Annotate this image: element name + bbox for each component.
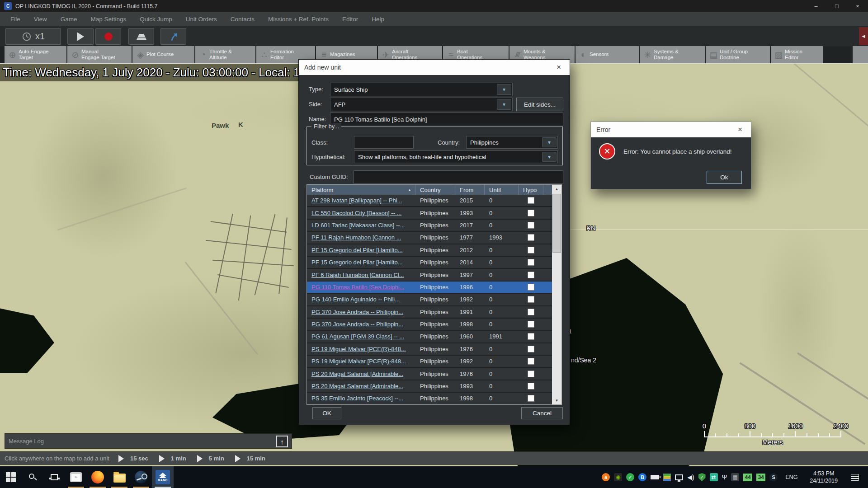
time-step-1-min[interactable]: 1 min <box>159 455 186 462</box>
cancel-button[interactable]: Cancel <box>521 407 563 419</box>
guid-input[interactable] <box>354 170 563 184</box>
scroll-up-icon[interactable]: ▲ <box>552 185 561 193</box>
mission-editor-button[interactable]: ▨MissionEditor <box>771 46 823 63</box>
menu-item-missions-ref-points[interactable]: Missions + Ref. Points <box>261 16 335 23</box>
time-step-15-sec[interactable]: 15 sec <box>118 455 148 462</box>
hypo-checkbox[interactable] <box>528 309 534 315</box>
platform-row[interactable]: PG 140 Emilio Aguinaldo -- Phili...Phili… <box>307 294 561 305</box>
taskbar-clock[interactable]: 4:53 PM 24/11/2019 <box>805 470 842 485</box>
systems-damage-button[interactable]: ✳Systems &Damage <box>640 46 705 63</box>
language-indicator[interactable]: ENG <box>782 474 801 480</box>
platform-link[interactable]: PG 61 Agusan [PGM 39 Class] -- ... <box>311 333 404 340</box>
platform-row-selected[interactable]: PG 110 Tomas Batillo [Sea Dolphi...Phili… <box>307 282 561 293</box>
menu-item-map-settings[interactable]: Map Settings <box>84 16 133 23</box>
platform-link[interactable]: PG 370 Jose Andrada -- Philippin... <box>311 309 403 315</box>
avast-icon[interactable]: a <box>602 473 610 481</box>
app-firefox[interactable] <box>87 466 108 488</box>
platform-row[interactable]: PS 20 Magat Salamat [Admirable...Philipp… <box>307 380 561 392</box>
platform-link[interactable]: AT 298 Ivatan [Balikpapan] -- Phi... <box>311 197 402 204</box>
app-graph-tool[interactable]: ≈ <box>65 466 87 488</box>
task-view-button[interactable] <box>43 466 65 488</box>
platform-row[interactable]: PS 19 Miguel Malvar [PCE(R)-848...Philip… <box>307 356 561 367</box>
platform-link[interactable]: PS 19 Miguel Malvar [PCE(R)-848... <box>311 346 406 352</box>
menu-item-editor[interactable]: Editor <box>335 16 365 23</box>
platform-row[interactable]: LC 550 Bacolod City [Besson] -- ...Phili… <box>307 207 561 218</box>
app-file-explorer[interactable] <box>108 466 130 488</box>
platform-link[interactable]: PF 11 Rajah Humabon [Cannon ... <box>311 234 401 241</box>
time-compression-button[interactable]: x1 <box>5 28 61 45</box>
hypo-checkbox[interactable] <box>528 272 534 278</box>
platform-row[interactable]: PS 19 Miguel Malvar [PCE(R)-848...Philip… <box>307 343 561 355</box>
platform-row[interactable]: PF 15 Gregorio del Pilar [Hamilto...Phil… <box>307 244 561 256</box>
search-button[interactable] <box>22 466 43 488</box>
hardware-monitor-icon[interactable] <box>663 474 671 481</box>
platform-row[interactable]: LD 601 Tarlac [Makassar Class] --...Phil… <box>307 220 561 231</box>
platform-row[interactable]: PG 370 Jose Andrada -- Philippin...Phili… <box>307 319 561 330</box>
battery-icon[interactable] <box>651 475 659 479</box>
platform-row[interactable]: PG 370 Jose Andrada -- Philippin...Phili… <box>307 306 561 318</box>
hypo-checkbox[interactable] <box>528 197 534 204</box>
message-log-expand-button[interactable]: ↑ <box>276 436 288 447</box>
platform-link[interactable]: PS 20 Magat Salamat [Admirable... <box>311 371 403 377</box>
menu-item-game[interactable]: Game <box>54 16 84 23</box>
platform-link[interactable]: PF 15 Gregorio del Pilar [Hamilto... <box>311 259 403 266</box>
dialog-title-bar[interactable]: Add new unit × <box>299 60 570 75</box>
start-button[interactable] <box>0 466 22 488</box>
bluetooth-icon[interactable]: B <box>638 473 646 481</box>
hypo-checkbox[interactable] <box>528 210 534 216</box>
play-button[interactable] <box>67 28 94 45</box>
hypo-checkbox[interactable] <box>528 346 534 352</box>
action-center-icon[interactable] <box>851 474 859 481</box>
edit-sides-button[interactable]: Edit sides... <box>516 98 563 111</box>
menu-item-help[interactable]: Help <box>365 16 391 23</box>
amphibious-ops-button[interactable] <box>128 28 154 45</box>
platform-link[interactable]: PS 19 Miguel Malvar [PCE(R)-848... <box>311 358 406 365</box>
minimize-button[interactable]: – <box>806 0 826 12</box>
time-step-5-min[interactable]: 5 min <box>197 455 224 462</box>
antivirus-check-icon[interactable]: ✓ <box>626 473 634 481</box>
time-step-15-min[interactable]: 15 min <box>235 455 265 462</box>
class-filter-input[interactable] <box>354 136 414 149</box>
platform-link[interactable]: PF 6 Rajah Humabon [Cannon Cl... <box>311 272 404 278</box>
defender-icon[interactable]: ✓ <box>698 473 706 481</box>
column-header-country[interactable]: Country <box>415 185 455 195</box>
platform-row[interactable]: PF 15 Gregorio del Pilar [Hamilto...Phil… <box>307 257 561 268</box>
platform-row[interactable]: AT 298 Ivatan [Balikpapan] -- Phi...Phil… <box>307 195 561 206</box>
hypo-checkbox[interactable] <box>528 333 534 340</box>
unit-group-doctrine-button[interactable]: ▤Unit / GroupDoctrine <box>706 46 770 63</box>
platform-link[interactable]: PG 140 Emilio Aguinaldo -- Phili... <box>311 296 400 303</box>
platform-row[interactable]: PF 6 Rajah Humabon [Cannon Cl...Philippi… <box>307 269 561 280</box>
app-command-mano[interactable]: MANO <box>152 466 174 488</box>
hypo-checkbox[interactable] <box>528 296 534 303</box>
battery-badge-44[interactable]: 44 <box>743 474 752 481</box>
menu-item-unit-orders[interactable]: Unit Orders <box>179 16 224 23</box>
platform-row[interactable]: PS 35 Emilio Jacinto [Peacock] --...Phil… <box>307 393 561 404</box>
panel-collapse-tab[interactable]: ◀ <box>859 27 868 45</box>
hypo-checkbox[interactable] <box>528 371 534 377</box>
display-icon[interactable] <box>675 474 683 480</box>
app-grid-icon[interactable]: ▦ <box>731 473 739 481</box>
message-log-bar[interactable]: Message Log ↑ <box>5 433 292 449</box>
ok-button[interactable]: OK <box>312 407 341 419</box>
usb-icon[interactable]: Ψ <box>722 474 727 481</box>
platform-link[interactable]: LD 601 Tarlac [Makassar Class] --... <box>311 222 405 229</box>
country-dropdown[interactable]: Philippines ▾ <box>466 136 558 149</box>
hypo-checkbox[interactable] <box>528 395 534 402</box>
hypo-checkbox[interactable] <box>528 284 534 291</box>
jump-button[interactable] <box>160 28 186 45</box>
hypo-checkbox[interactable] <box>528 247 534 253</box>
scroll-down-icon[interactable]: ▼ <box>552 396 561 404</box>
menu-item-file[interactable]: File <box>4 16 27 23</box>
hypo-checkbox[interactable] <box>528 383 534 389</box>
platform-row[interactable]: PG 61 Agusan [PGM 39 Class] -- ...Philip… <box>307 331 561 342</box>
platform-row[interactable]: PF 11 Rajah Humabon [Cannon ...Philippin… <box>307 232 561 243</box>
hypothetical-dropdown[interactable]: Show all platforms, both real-life and h… <box>354 150 558 163</box>
throttle-altitude-button[interactable]: ◔Throttle &Altitude <box>195 46 255 63</box>
maximize-button[interactable]: □ <box>826 0 847 12</box>
hypo-checkbox[interactable] <box>528 222 534 229</box>
manual-engage-target-button[interactable]: ⊘ManualEngage Target <box>67 46 132 63</box>
column-header-platform[interactable]: Platform▲ <box>307 185 415 195</box>
auto-engage-target-button[interactable]: ⊕Auto EngageTarget <box>5 46 66 63</box>
platform-link[interactable]: PG 110 Tomas Batillo [Sea Dolphi... <box>311 284 404 291</box>
platform-link[interactable]: PS 35 Emilio Jacinto [Peacock] --... <box>311 395 403 402</box>
